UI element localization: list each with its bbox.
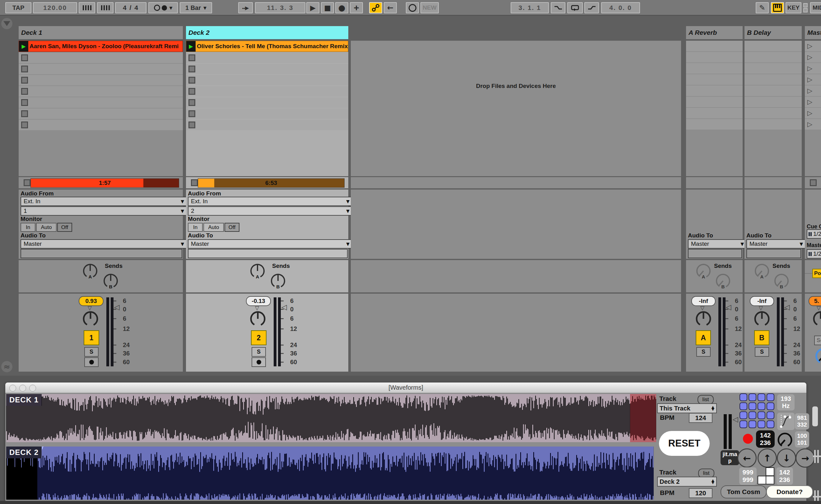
clip-slot[interactable] <box>745 41 802 51</box>
return-a-pan-knob[interactable] <box>695 310 712 327</box>
return-b-output-chooser[interactable]: Master▼ <box>746 239 806 249</box>
clip-play-button[interactable]: ▶ <box>186 41 195 52</box>
scene-slot[interactable]: ▷ <box>805 74 821 85</box>
matrix-button[interactable] <box>749 402 756 410</box>
scene-play-icon[interactable]: ▷ <box>807 121 812 128</box>
track-list-button[interactable]: list <box>698 395 714 404</box>
crossfade-toggle-button[interactable]: ≈ <box>1 361 12 372</box>
scene-slot[interactable]: ▷ <box>805 41 821 51</box>
back-to-arrangement-button[interactable]: ← <box>384 2 397 13</box>
return-a-track-activator[interactable]: A <box>696 330 711 345</box>
clip-stop-button[interactable] <box>188 77 195 84</box>
draw-mode-button[interactable]: ✎ <box>756 2 769 13</box>
deck2-input-type-chooser[interactable]: Ext. In▼ <box>188 197 353 206</box>
clip-stop-button[interactable] <box>21 121 28 128</box>
scene-slot[interactable]: ▷ <box>805 63 821 74</box>
deck1-input-channel-chooser[interactable]: 1▼ <box>21 206 187 216</box>
deck1-output-chooser[interactable]: Master▼ <box>21 239 187 249</box>
record-indicator[interactable] <box>743 434 753 444</box>
coords-display-2[interactable]: 100101 <box>795 431 809 447</box>
overdub-button[interactable]: + <box>350 2 363 13</box>
track-header-master[interactable]: Master <box>805 26 821 39</box>
scene-slot[interactable]: ▷ <box>805 97 821 107</box>
nudge-down-button[interactable] <box>79 2 95 13</box>
matrix-button[interactable] <box>767 411 774 419</box>
master-solo-button[interactable]: Solo <box>814 336 821 345</box>
deck1-send-a-knob[interactable]: A <box>82 263 99 279</box>
deck2-output-chooser[interactable]: Master▼ <box>188 239 353 249</box>
loop-start-display[interactable]: 3. 1. 1 <box>511 2 549 13</box>
clip-slot[interactable] <box>186 120 348 130</box>
tempo-display[interactable]: 120.00 <box>33 2 77 13</box>
clip-deck1[interactable]: ▶ Aaren San, Miles Dyson - Zooloo (Pleas… <box>19 41 183 52</box>
clip-stop-button[interactable] <box>21 99 28 106</box>
scene-play-icon[interactable]: ▷ <box>807 76 812 83</box>
clip-slot[interactable] <box>186 86 348 97</box>
bpm-value-bottom[interactable]: 120 <box>689 488 713 498</box>
deck2-pan-knob[interactable] <box>250 310 266 327</box>
clip-stop-button[interactable] <box>188 99 195 106</box>
clip-slot[interactable] <box>186 75 348 85</box>
clip-slot[interactable] <box>745 97 802 107</box>
clip-slot[interactable] <box>19 97 183 108</box>
clip-slot[interactable] <box>186 97 348 108</box>
stop-button[interactable]: ■ <box>321 2 334 13</box>
cue-out-chooser[interactable]: 1/2 <box>807 229 821 239</box>
matrix-button[interactable] <box>767 402 774 410</box>
scene-play-icon[interactable]: ▷ <box>807 110 812 117</box>
clip-slot[interactable] <box>19 86 183 97</box>
clip-slot[interactable] <box>745 119 802 130</box>
punch-in-button[interactable] <box>551 2 565 13</box>
drop-area[interactable]: Drop Files and Devices Here <box>351 41 681 176</box>
arrow-left-button[interactable]: ← <box>737 448 757 468</box>
deck1-track-activator[interactable]: 1 <box>84 330 99 345</box>
return-a-output-chooser[interactable]: Master▼ <box>688 239 747 249</box>
toggle-checkbox-mid[interactable] <box>766 476 774 484</box>
quantization-menu[interactable]: 1 Bar▼ <box>180 2 212 13</box>
monitor-in-button[interactable]: In <box>21 223 35 232</box>
play-button[interactable]: ▶ <box>306 2 319 13</box>
matrix-button[interactable] <box>758 402 765 410</box>
deck2-input-channel-chooser[interactable]: 2▼ <box>188 206 353 216</box>
clip-slot[interactable] <box>745 85 802 96</box>
loop-length-display[interactable]: 4. 0. 0 <box>601 2 640 13</box>
clip-slot[interactable] <box>19 108 183 119</box>
track-header-deck2[interactable]: Deck 2 <box>186 26 348 39</box>
clip-slot[interactable] <box>19 53 183 63</box>
monitor-off-button[interactable]: Off <box>57 223 72 232</box>
scene-slot[interactable]: ▷ <box>805 52 821 62</box>
return-b-send-a-knob[interactable]: A <box>754 263 770 279</box>
clip-slot[interactable] <box>19 120 183 130</box>
matrix-button[interactable] <box>749 420 756 428</box>
deck1-output-channel-box[interactable] <box>21 249 182 258</box>
midi-map-button[interactable]: MIDI <box>810 2 821 13</box>
pair-display[interactable]: 142236 <box>776 467 793 485</box>
clip-stop-button[interactable] <box>24 179 30 186</box>
loop-button[interactable] <box>567 2 583 13</box>
new-button[interactable]: NEW <box>420 2 439 13</box>
scene-slot[interactable]: ▷ <box>805 119 821 130</box>
panel-fader-handle[interactable]: ◁ <box>733 416 738 423</box>
scene-play-icon[interactable]: ▷ <box>807 43 812 49</box>
deck2-solo-button[interactable]: S <box>252 347 266 357</box>
clip-slot[interactable] <box>686 74 743 85</box>
post-toggle[interactable]: Post <box>812 269 821 278</box>
monitor-auto-button[interactable]: Auto <box>36 223 57 232</box>
monitor-in-button[interactable]: In <box>188 223 203 232</box>
clip-slot[interactable] <box>186 53 348 63</box>
master-pan-knob[interactable] <box>812 310 821 327</box>
expand-arrow-button[interactable] <box>1 18 12 29</box>
clip-slot[interactable] <box>186 64 348 74</box>
return-b-send-b-knob[interactable]: B <box>773 273 790 289</box>
monitor-off-button[interactable]: Off <box>225 223 240 232</box>
clip-stop-button[interactable] <box>21 77 28 84</box>
record-button[interactable]: ● <box>335 2 348 13</box>
track-header-return-a[interactable]: A Reverb <box>686 26 743 39</box>
arrow-right-button[interactable]: → <box>796 448 815 468</box>
follow-button[interactable]: ••▶ <box>238 2 253 13</box>
deck1-input-type-chooser[interactable]: Ext. In▼ <box>21 197 187 206</box>
deck1-clip-progress[interactable]: 1:57 <box>30 178 179 188</box>
arrow-up-button[interactable]: ↑ <box>758 448 777 468</box>
matrix-button[interactable] <box>749 411 756 419</box>
clip-stop-button[interactable] <box>21 88 28 95</box>
